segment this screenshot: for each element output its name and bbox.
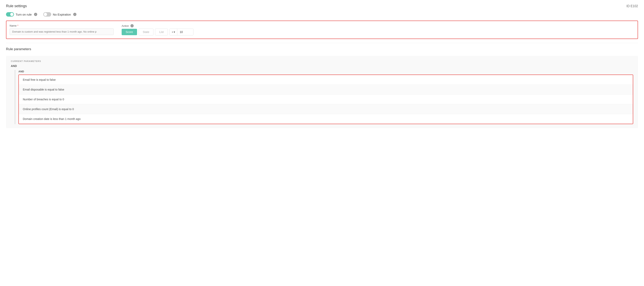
condition-item[interactable]: Number of breaches is equal to 0 <box>19 94 633 104</box>
toggle-slider <box>6 12 14 16</box>
and-label: AND <box>11 64 633 67</box>
state-button[interactable]: State <box>139 28 154 35</box>
name-label: Name * <box>10 24 114 27</box>
list-button[interactable]: List <box>155 28 168 35</box>
required-star: * <box>18 24 18 27</box>
current-params-label: CURRENT PARAMETERS <box>11 60 633 62</box>
condition-item[interactable]: Online profiles count (Email) is equal t… <box>19 104 633 114</box>
score-sign-button[interactable]: + ▾ <box>170 29 177 35</box>
nested-and: AND Email free is equal to falseEmail di… <box>15 70 633 124</box>
action-section: Action i Score State List + ▾ <box>122 24 194 35</box>
action-info-icon[interactable]: i <box>130 24 134 27</box>
condition-item[interactable]: Email disposable is equal to false <box>19 85 633 94</box>
conditions-box: Email free is equal to falseEmail dispos… <box>18 74 633 124</box>
turn-on-rule-toggle[interactable] <box>6 12 14 16</box>
no-expiration-info-icon[interactable]: i <box>73 13 76 16</box>
turn-on-rule-label: Turn on rule <box>16 13 32 16</box>
nested-and-label: AND <box>18 70 633 73</box>
page-title: Rule settings <box>6 4 27 8</box>
no-expiration-slider <box>43 12 51 16</box>
turn-on-rule-info-icon[interactable]: i <box>34 13 37 16</box>
page-id: ID E102 <box>626 4 638 8</box>
condition-item[interactable]: Domain creation date is less than 1 mont… <box>19 114 633 124</box>
score-value-input[interactable] <box>177 29 193 35</box>
divider <box>6 43 638 43</box>
no-expiration-label: No Expiration <box>53 13 71 16</box>
no-expiration-group: No Expiration i <box>43 12 76 16</box>
score-button[interactable]: Score <box>122 29 137 35</box>
form-section: Name * Action i Score State List + ▾ <box>6 20 638 39</box>
condition-item[interactable]: Email free is equal to false <box>19 75 633 85</box>
controls-row: Turn on rule i No Expiration i <box>6 12 638 16</box>
action-buttons: Score State List + ▾ <box>122 28 194 35</box>
no-expiration-toggle[interactable] <box>43 12 51 16</box>
params-section: CURRENT PARAMETERS AND AND Email free is… <box>6 56 638 128</box>
name-group: Name * <box>10 24 114 35</box>
rule-parameters-section: Rule parameters CURRENT PARAMETERS AND A… <box>6 47 638 128</box>
page-header: Rule settings ID E102 <box>6 4 638 8</box>
action-label: Action i <box>122 24 194 27</box>
turn-on-rule-group: Turn on rule i <box>6 12 37 16</box>
name-input[interactable] <box>10 28 114 35</box>
section-title: Rule parameters <box>6 47 638 51</box>
score-input-group: + ▾ <box>170 28 194 35</box>
page-container: Rule settings ID E102 Turn on rule i No … <box>0 0 644 286</box>
